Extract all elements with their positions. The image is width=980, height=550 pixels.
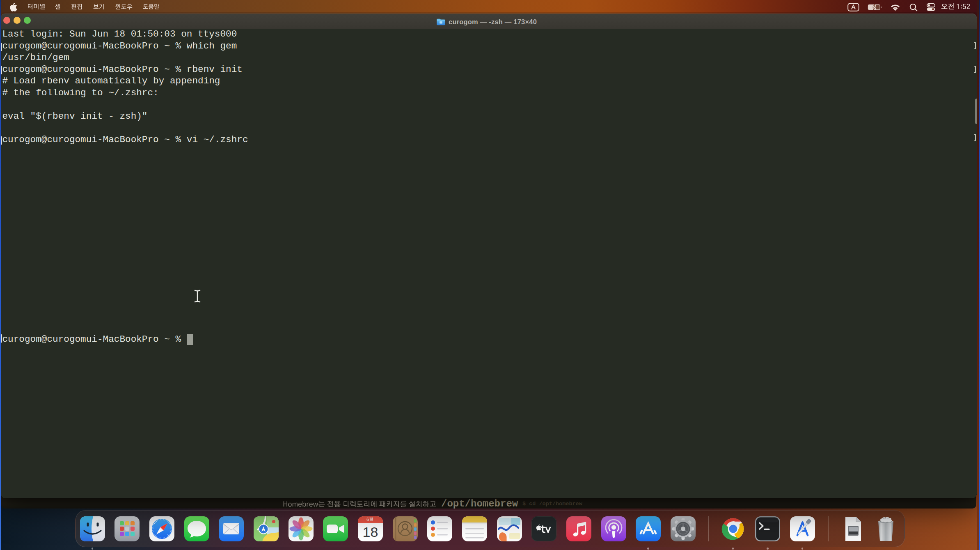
svg-text:18: 18 <box>362 524 378 540</box>
